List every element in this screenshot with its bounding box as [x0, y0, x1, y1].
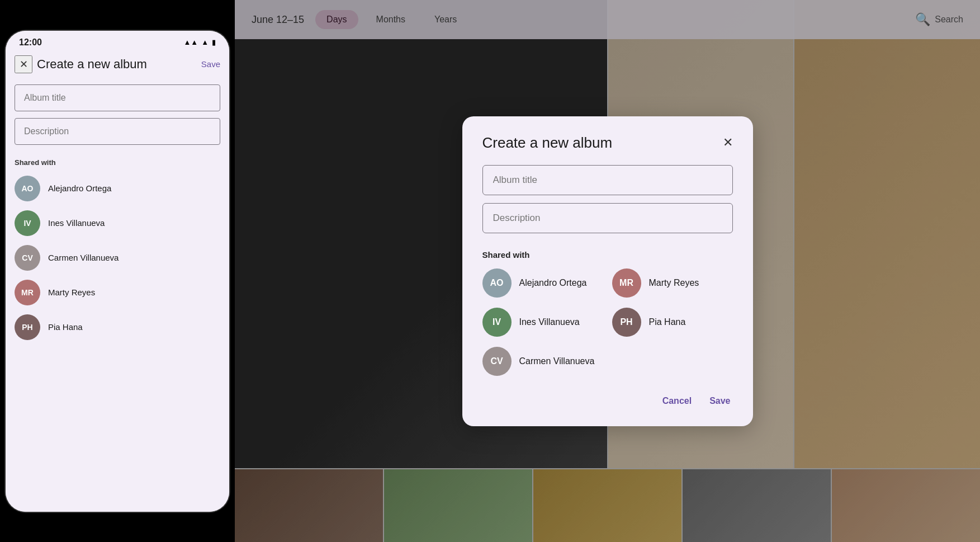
- modal-close-button[interactable]: ✕: [723, 136, 733, 149]
- modal-person-row: PHPia Hana: [612, 305, 733, 339]
- phone: 12:00 ▲▲ ▲ ▮ ✕ Create a new album Save S…: [6, 31, 229, 512]
- modal-footer: Cancel Save: [482, 392, 733, 411]
- phone-person-avatar: IV: [15, 210, 40, 236]
- phone-create-album-title: Create a new album: [37, 57, 201, 72]
- signal-icon: ▲▲: [183, 38, 198, 46]
- phone-person-name: Carmen Villanueva: [48, 253, 119, 262]
- modal-person-name: Carmen Villanueva: [519, 356, 595, 366]
- modal-person-row: CVCarmen Villanueva: [482, 345, 603, 378]
- modal-shared-with-label: Shared with: [482, 250, 733, 260]
- desktop-container: June 12–15 Days Months Years 🔍 Search Cr…: [235, 0, 980, 542]
- modal-people-grid: AOAlejandro OrtegaMRMarty ReyesIVInes Vi…: [482, 266, 733, 378]
- phone-people-list: AOAlejandro OrtegaIVInes VillanuevaCVCar…: [15, 171, 220, 345]
- modal-person-avatar: AO: [482, 268, 512, 298]
- phone-shared-with-label: Shared with: [15, 158, 220, 167]
- phone-content: Shared with AOAlejandro OrtegaIVInes Vil…: [6, 80, 229, 512]
- modal-person-avatar: IV: [482, 308, 512, 337]
- modal-cancel-button[interactable]: Cancel: [660, 392, 694, 411]
- phone-person-avatar: AO: [15, 176, 40, 201]
- phone-person-row: AOAlejandro Ortega: [15, 171, 220, 206]
- phone-header: ✕ Create a new album Save: [6, 51, 229, 80]
- phone-container: 12:00 ▲▲ ▲ ▮ ✕ Create a new album Save S…: [0, 0, 235, 542]
- phone-time: 12:00: [19, 37, 42, 48]
- modal-person-row: AOAlejandro Ortega: [482, 266, 603, 300]
- phone-status-icons: ▲▲ ▲ ▮: [183, 38, 216, 46]
- modal-album-title-input[interactable]: [482, 165, 733, 195]
- modal-person-avatar: PH: [612, 308, 641, 337]
- modal-person-name: Pia Hana: [649, 317, 686, 327]
- phone-person-row: MRMarty Reyes: [15, 275, 220, 310]
- create-album-modal: Create a new album ✕ Shared with AOAleja…: [462, 116, 753, 426]
- wifi-icon: ▲: [201, 38, 209, 46]
- modal-save-button[interactable]: Save: [707, 392, 732, 411]
- phone-close-button[interactable]: ✕: [15, 55, 32, 73]
- modal-person-avatar: MR: [612, 268, 641, 298]
- phone-person-name: Ines Villanueva: [48, 218, 105, 228]
- phone-person-row: CVCarmen Villanueva: [15, 241, 220, 275]
- phone-person-avatar: MR: [15, 280, 40, 305]
- phone-save-button[interactable]: Save: [201, 59, 220, 69]
- phone-person-name: Marty Reyes: [48, 288, 95, 297]
- phone-person-avatar: CV: [15, 245, 40, 271]
- phone-description-input[interactable]: [15, 118, 220, 145]
- phone-person-name: Pia Hana: [48, 322, 83, 332]
- modal-header: Create a new album ✕: [482, 134, 733, 152]
- modal-person-name: Alejandro Ortega: [519, 278, 587, 288]
- phone-person-avatar: PH: [15, 314, 40, 340]
- modal-close-icon: ✕: [723, 135, 733, 149]
- modal-person-name: Marty Reyes: [649, 278, 699, 288]
- battery-icon: ▮: [212, 38, 216, 46]
- modal-person-avatar: CV: [482, 347, 512, 376]
- phone-person-name: Alejandro Ortega: [48, 183, 111, 193]
- phone-person-row: IVInes Villanueva: [15, 206, 220, 241]
- modal-person-row: IVInes Villanueva: [482, 305, 603, 339]
- modal-person-name: Ines Villanueva: [519, 317, 580, 327]
- modal-title: Create a new album: [482, 134, 613, 152]
- phone-status-bar: 12:00 ▲▲ ▲ ▮: [6, 31, 229, 51]
- modal-overlay: Create a new album ✕ Shared with AOAleja…: [235, 0, 980, 542]
- close-icon: ✕: [20, 58, 28, 70]
- phone-album-title-input[interactable]: [15, 84, 220, 111]
- phone-person-row: PHPia Hana: [15, 310, 220, 345]
- modal-person-row: MRMarty Reyes: [612, 266, 733, 300]
- modal-description-input[interactable]: [482, 203, 733, 233]
